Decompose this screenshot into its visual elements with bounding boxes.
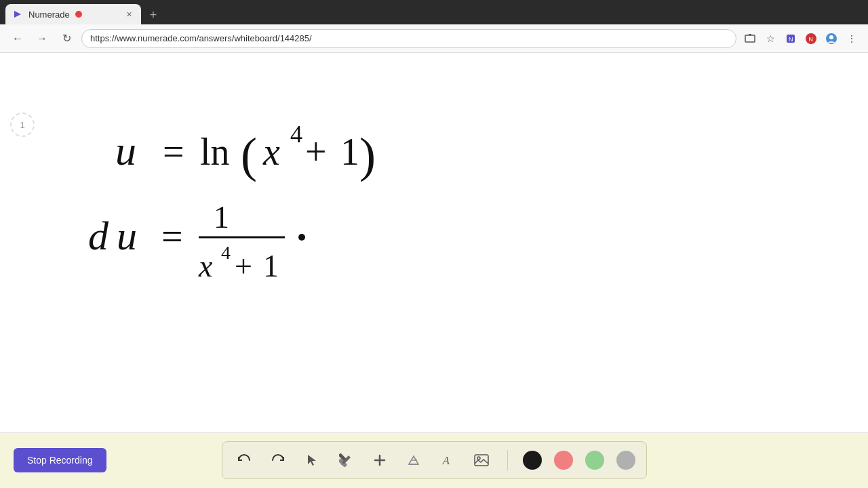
select-tool-button[interactable] [301,449,323,471]
math-svg: u = ln ( x 4 + 1 ) d u = 1 [88,107,461,310]
tab-title: Numerade [28,9,70,20]
bookmark-icon[interactable]: ☆ [762,30,778,47]
stop-recording-button[interactable]: Stop Recording [14,448,106,472]
svg-rect-2 [749,34,751,35]
svg-text:+: + [235,249,252,283]
extension-icon-2[interactable]: N [803,30,819,47]
undo-button[interactable] [233,449,255,471]
text-tool-button[interactable]: A [437,449,458,471]
svg-marker-0 [14,11,21,18]
math-content: u = ln ( x 4 + 1 ) d u = 1 [88,107,461,313]
svg-text:4: 4 [290,121,302,148]
address-bar-row: ← → ↻ ☆ N N [0,24,868,53]
svg-text:x: x [262,131,280,173]
tab-close-button[interactable]: ✕ [123,9,134,20]
tab-favicon [12,9,23,20]
color-black-button[interactable] [523,451,542,470]
back-button[interactable]: ← [8,29,27,48]
svg-text:(: ( [241,128,257,182]
svg-text:=: = [163,131,184,173]
color-pink-button[interactable] [554,451,573,470]
menu-icon[interactable]: ⋮ [844,30,860,47]
svg-text:N: N [809,36,814,43]
svg-text:=: = [161,216,183,258]
add-tool-button[interactable] [369,449,391,471]
toolbar-divider [507,450,508,470]
redo-button[interactable] [267,449,289,471]
svg-text:x: x [198,249,213,283]
svg-text:A: A [442,455,450,466]
svg-text:u: u [117,214,137,258]
svg-rect-1 [745,35,755,42]
whiteboard[interactable]: 1 u = ln ( x 4 + 1 ) d u [0,53,868,432]
svg-text:N: N [789,36,793,43]
svg-rect-36 [475,455,488,466]
screen-capture-icon[interactable] [742,30,758,47]
svg-text:ln: ln [200,131,230,173]
image-tool-button[interactable] [471,449,492,471]
svg-point-8 [829,35,833,39]
svg-text:4: 4 [221,242,231,263]
svg-text:1: 1 [263,249,279,283]
page-counter: 1 [10,113,35,137]
bottom-bar: Stop Recording [0,432,868,487]
eraser-tool-button[interactable] [403,449,425,471]
svg-point-37 [477,457,480,460]
refresh-button[interactable]: ↻ [57,29,76,48]
address-input[interactable] [81,29,736,48]
svg-marker-28 [308,455,316,466]
toolbar-container: A [222,441,647,479]
active-tab[interactable]: Numerade ✕ [5,4,141,24]
svg-text:1: 1 [214,200,229,235]
extension-icon-1[interactable]: N [783,30,799,47]
forward-button[interactable]: → [33,29,52,48]
svg-text:+: + [305,131,327,173]
address-icons: ☆ N N ⋮ [742,30,860,47]
color-green-button[interactable] [585,451,604,470]
color-gray-button[interactable] [616,451,635,470]
svg-text:): ) [359,128,376,182]
tab-bar: Numerade ✕ + [0,0,868,24]
profile-icon[interactable] [823,30,840,47]
svg-text:d: d [88,214,109,258]
tab-recording-dot [75,11,82,18]
svg-text:u: u [115,127,136,174]
new-tab-button[interactable]: + [144,5,163,24]
svg-text:1: 1 [340,131,359,173]
pen-tool-button[interactable] [335,449,357,471]
svg-point-27 [298,234,305,241]
